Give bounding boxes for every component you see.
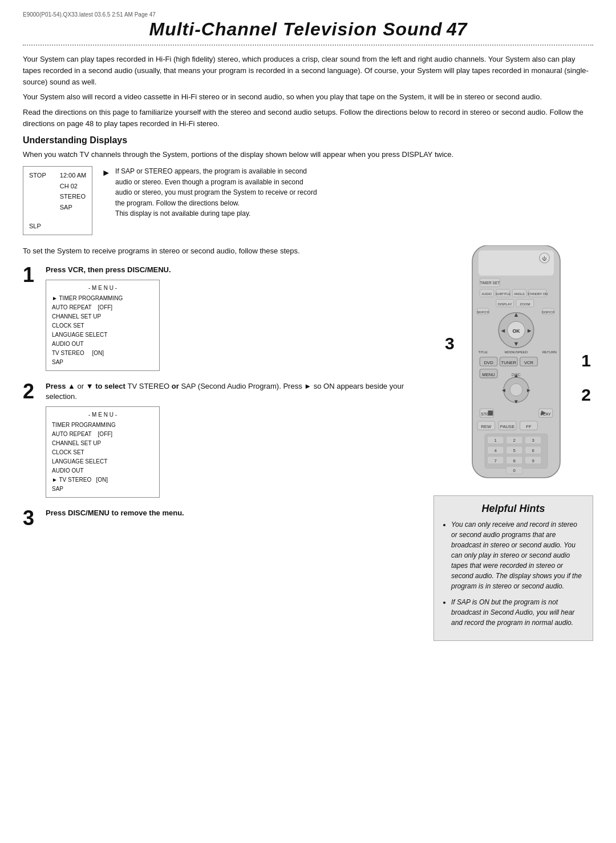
steps-left: To set the System to receive programs in…	[23, 245, 422, 539]
svg-text:TITLE: TITLE	[478, 351, 487, 354]
display-arrow: ►	[102, 167, 111, 178]
step-2-menu: - M E N U - TIMER PROGRAMMING AUTO REPEA…	[46, 406, 160, 498]
display-caption-text: If SAP or STEREO appears, the program is…	[115, 166, 318, 219]
svg-text:►: ►	[526, 388, 532, 394]
svg-text:4: 4	[495, 448, 497, 453]
intro-para-1: Your System can play tapes recorded in H…	[23, 54, 593, 88]
helpful-hints-item-2: If SAP is ON but the program is not broa…	[451, 597, 585, 628]
step-1-menu-item-3: CHANNEL SET UP	[52, 312, 153, 321]
steps-right: 3 1 2 ⏻ TIMER SET AUDIO	[433, 245, 593, 641]
step-1-menu-item-7: TV STEREO [ON]	[52, 349, 153, 358]
svg-text:OK: OK	[512, 328, 520, 334]
svg-text:▼: ▼	[513, 399, 519, 405]
svg-text:AUDIO: AUDIO	[482, 292, 492, 296]
svg-text:⏻: ⏻	[542, 257, 547, 262]
step-1-menu-item-6: AUDIO OUT	[52, 340, 153, 349]
remote-step-2-label: 2	[581, 385, 591, 405]
svg-text:DISPLAY: DISPLAY	[498, 302, 512, 306]
step-1-menu-title: - M E N U -	[52, 284, 153, 293]
svg-text:MODE/SPEED: MODE/SPEED	[505, 351, 528, 354]
svg-text:STANDBY ON: STANDBY ON	[528, 292, 548, 296]
svg-text:REW: REW	[481, 425, 492, 430]
svg-text:PAUSE: PAUSE	[500, 425, 515, 430]
step-2-content: Press ▲ or ▼ to select TV STEREO or SAP …	[46, 381, 422, 498]
page-header: Multi-Channel Television Sound 47	[23, 19, 593, 40]
svg-text:◄: ◄	[501, 388, 506, 394]
intro-para-2: Your System also will record a video cas…	[23, 91, 593, 103]
dotted-rule	[23, 45, 593, 46]
step-1: 1 Press VCR, then press DISC/MENU. - M E…	[23, 265, 422, 371]
svg-text:8: 8	[513, 458, 516, 463]
step-1-content: Press VCR, then press DISC/MENU. - M E N…	[46, 265, 422, 371]
svg-text:1: 1	[495, 438, 497, 443]
intro-text: Your System can play tapes recorded in H…	[23, 54, 593, 130]
helpful-hints-box: Helpful Hints You can only receive and r…	[433, 495, 593, 641]
understanding-intro: When you watch TV channels through the S…	[23, 149, 593, 160]
svg-text:FF: FF	[526, 425, 532, 430]
step-1-menu-item-1: ► TIMER PROGRAMMING	[52, 294, 153, 303]
step-3-content: Press DISC/MENU to remove the menu.	[46, 508, 422, 523]
step-2-menu-item-1: TIMER PROGRAMMING	[52, 421, 153, 430]
svg-text:3: 3	[532, 438, 534, 443]
page-number: 47	[447, 19, 467, 39]
helpful-hints-title: Helpful Hints	[442, 503, 585, 515]
step-2: 2 Press ▲ or ▼ to select TV STEREO or SA…	[23, 381, 422, 498]
svg-text:◄: ◄	[500, 327, 506, 334]
display-box: STOP 12:00 AM CH 02 STEREO SAP SLP	[23, 166, 92, 235]
step-1-menu-item-5: LANGUAGE SELECT	[52, 330, 153, 340]
svg-text:ZOOM: ZOOM	[520, 302, 530, 306]
step-2-menu-title: - M E N U -	[52, 410, 153, 420]
step-1-menu-item-2: AUTO REPEAT [OFF]	[52, 303, 153, 312]
remote-svg: ⏻ TIMER SET AUDIO SUBTITLE ANGLE STANDBY…	[453, 245, 579, 484]
svg-text:5: 5	[513, 448, 516, 453]
set-system-text: To set the System to receive programs in…	[23, 245, 422, 257]
svg-text:TUNER: TUNER	[501, 360, 517, 365]
page-title: Multi-Channel Television Sound	[149, 19, 443, 39]
svg-text:▼: ▼	[513, 340, 520, 347]
svg-text:7: 7	[495, 458, 497, 463]
svg-text:DISP/CH: DISP/CH	[542, 310, 554, 314]
step-1-number: 1	[23, 265, 39, 285]
helpful-hints-list: You can only receive and record in stere…	[442, 519, 585, 628]
step-2-or: or	[78, 382, 84, 390]
steps-outer: To set the System to receive programs in…	[23, 245, 593, 641]
step-2-menu-item-3: CHANNEL SET UP	[52, 439, 153, 448]
understanding-heading: Understanding Displays	[23, 135, 593, 146]
step-2-instruction: Press ▲ or ▼ to select TV STEREO or SAP …	[46, 381, 422, 402]
svg-text:►: ►	[526, 327, 533, 334]
step-2-menu-item-7: ► TV STEREO [ON]	[52, 475, 153, 485]
step-3-number: 3	[23, 508, 39, 529]
intro-para-3: Read the directions on this page to fami…	[23, 107, 593, 130]
display-section: STOP 12:00 AM CH 02 STEREO SAP SLP	[23, 166, 593, 235]
svg-text:SUBTITLE: SUBTITLE	[496, 292, 511, 296]
step-3-instruction: Press DISC/MENU to remove the menu.	[46, 508, 422, 518]
step-1-menu-item-4: CLOCK SET	[52, 321, 153, 330]
step-2-menu-item-2: AUTO REPEAT [OFF]	[52, 430, 153, 439]
svg-text:DVD: DVD	[484, 360, 493, 365]
svg-text:MENU: MENU	[482, 372, 495, 377]
svg-rect-51	[488, 411, 493, 416]
svg-text:SKIP/CH: SKIP/CH	[477, 310, 489, 314]
page-meta: E9000(P01-54).QX33.latest 03.6.5 2:51 AM…	[23, 11, 593, 18]
svg-text:▲: ▲	[513, 312, 520, 318]
svg-text:VCR: VCR	[524, 360, 534, 365]
svg-text:9: 9	[532, 458, 534, 463]
step-2-menu-item-4: CLOCK SET	[52, 448, 153, 457]
step-1-menu-item-8: SAP	[52, 358, 153, 367]
svg-text:ANGLE: ANGLE	[514, 292, 525, 296]
helpful-hints-item-1: You can only receive and record in stere…	[451, 519, 585, 591]
svg-text:6: 6	[532, 448, 534, 453]
remote-container: 3 1 2 ⏻ TIMER SET AUDIO	[439, 245, 593, 484]
display-caption: ► If SAP or STEREO appears, the program …	[102, 166, 318, 219]
step-2-number: 2	[23, 381, 39, 402]
svg-text:RETURN: RETURN	[542, 351, 557, 354]
step-2-menu-item-6: AUDIO OUT	[52, 466, 153, 475]
step-1-menu: - M E N U - ► TIMER PROGRAMMING AUTO REP…	[46, 280, 160, 371]
step-2-menu-item-5: LANGUAGE SELECT	[52, 457, 153, 466]
step-2-menu-item-8: SAP	[52, 485, 153, 494]
svg-text:▲: ▲	[513, 372, 519, 378]
svg-text:2: 2	[513, 438, 516, 443]
remote-step-3-label: 3	[445, 334, 455, 353]
step-1-instruction: Press VCR, then press DISC/MENU.	[46, 265, 422, 275]
svg-point-42	[510, 384, 522, 396]
